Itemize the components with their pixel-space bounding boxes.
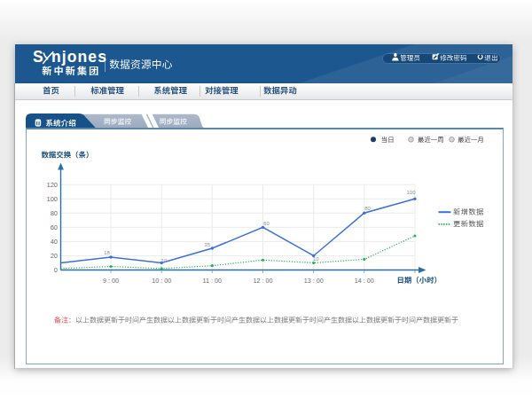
svg-text:14 : 00: 14 : 00 bbox=[355, 277, 374, 285]
svg-text:9 : 00: 9 : 00 bbox=[103, 277, 119, 285]
svg-text:80: 80 bbox=[364, 206, 371, 211]
svg-text:120: 120 bbox=[46, 181, 58, 189]
svg-text:12 : 00: 12 : 00 bbox=[254, 277, 273, 285]
svg-text:18: 18 bbox=[104, 250, 110, 255]
svg-text:10: 10 bbox=[313, 256, 319, 262]
svg-text:10: 10 bbox=[161, 258, 168, 263]
svg-text:100: 100 bbox=[46, 195, 58, 203]
svg-text:80: 80 bbox=[51, 209, 58, 217]
svg-text:60: 60 bbox=[51, 223, 58, 231]
svg-text:10 : 00: 10 : 00 bbox=[152, 277, 171, 285]
svg-text:60: 60 bbox=[263, 221, 270, 226]
svg-text:40: 40 bbox=[51, 238, 58, 246]
svg-text:11 : 00: 11 : 00 bbox=[203, 277, 222, 285]
svg-text:0: 0 bbox=[54, 266, 58, 274]
svg-text:20: 20 bbox=[51, 252, 58, 260]
svg-text:njones: njones bbox=[51, 48, 107, 66]
svg-text:13 : 00: 13 : 00 bbox=[304, 277, 324, 285]
svg-text:S: S bbox=[33, 48, 43, 66]
svg-text:100: 100 bbox=[406, 190, 416, 195]
svg-text:35: 35 bbox=[204, 242, 210, 247]
